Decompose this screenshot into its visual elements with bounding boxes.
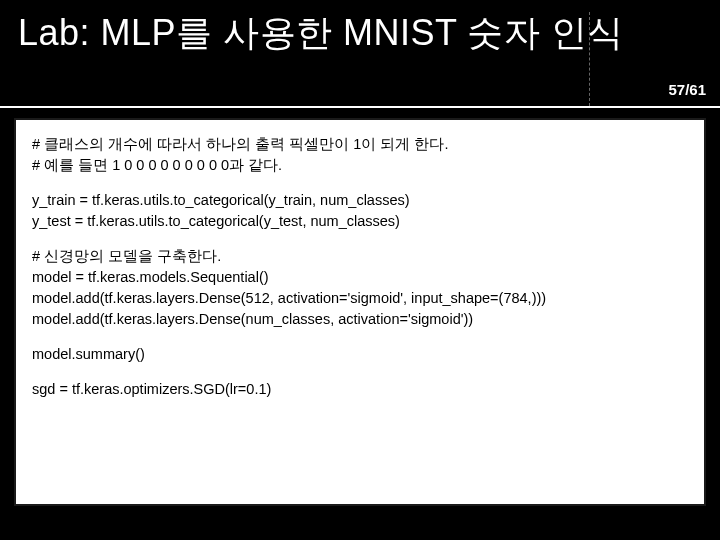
code-block-1: # 클래스의 개수에 따라서 하나의 출력 픽셀만이 1이 되게 한다. # 예…: [32, 134, 690, 176]
code-block-2: y_train = tf.keras.utils.to_categorical(…: [32, 190, 690, 232]
code-block-5: sgd = tf.keras.optimizers.SGD(lr=0.1): [32, 379, 690, 400]
page-number: 57/61: [668, 81, 706, 98]
code-box: # 클래스의 개수에 따라서 하나의 출력 픽셀만이 1이 되게 한다. # 예…: [14, 118, 706, 506]
code-block-3: # 신경망의 모델을 구축한다. model = tf.keras.models…: [32, 246, 690, 330]
slide-title: Lab: MLP를 사용한 MNIST 숫자 인식: [18, 10, 702, 55]
vertical-divider: [589, 12, 590, 106]
code-block-4: model.summary(): [32, 344, 690, 365]
slide: Lab: MLP를 사용한 MNIST 숫자 인식 57/61 # 클래스의 개…: [0, 0, 720, 540]
slide-header: Lab: MLP를 사용한 MNIST 숫자 인식 57/61: [0, 10, 720, 108]
horizontal-rule: [0, 106, 720, 108]
